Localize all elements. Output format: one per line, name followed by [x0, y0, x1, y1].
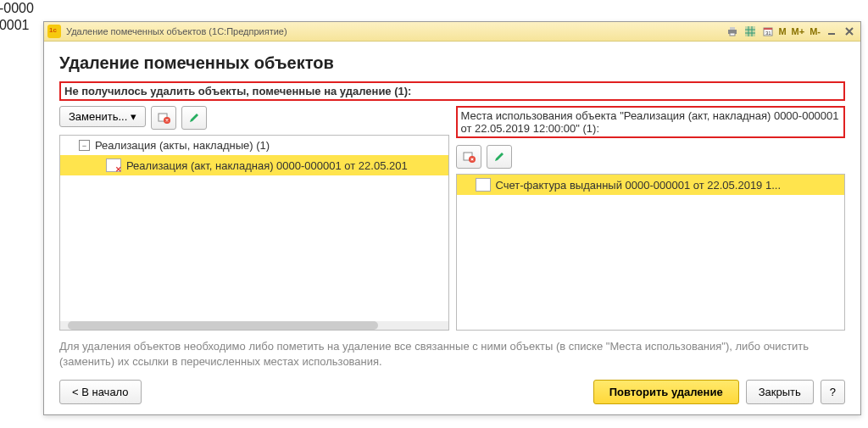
grid-icon[interactable]	[743, 25, 758, 38]
titlebar: Удаление помеченных объектов (1С:Предпри…	[44, 22, 860, 42]
replace-button-label: Заменить...	[69, 110, 127, 123]
usage-row-label: Счет-фактура выданный 0000-000001 от 22.…	[496, 179, 782, 192]
close-icon[interactable]	[842, 25, 857, 38]
right-toolbar	[456, 145, 846, 169]
tree-parent-row[interactable]: − Реализация (акты, накладные) (1)	[60, 136, 448, 155]
mark-delete-button-right[interactable]	[456, 145, 481, 169]
usage-row[interactable]: Счет-фактура выданный 0000-000001 от 22.…	[457, 175, 845, 195]
error-highlight: Не получилось удалить объекты, помеченны…	[59, 81, 845, 101]
minimize-icon[interactable]	[825, 25, 840, 38]
m-button[interactable]: M	[776, 26, 788, 36]
window-title: Удаление помеченных объектов (1С:Предпри…	[66, 26, 287, 36]
m-plus-button[interactable]: M+	[789, 26, 808, 36]
dialog-window: Удаление помеченных объектов (1С:Предпри…	[43, 21, 861, 415]
collapse-icon[interactable]: −	[79, 140, 90, 151]
m-minus-button[interactable]: M-	[807, 26, 823, 36]
hint-text: Для удаления объектов необходимо либо по…	[59, 339, 845, 370]
svg-rect-1	[730, 27, 735, 30]
mark-delete-button[interactable]	[151, 106, 176, 130]
tree-parent-label: Реализация (акты, накладные) (1)	[95, 139, 270, 152]
tree-child-label: Реализация (акт, накладная) 0000-000001 …	[126, 159, 408, 172]
svg-rect-7	[828, 33, 835, 35]
error-message: Не получилось удалить объекты, помеченны…	[64, 85, 411, 97]
svg-rect-2	[730, 33, 735, 36]
document-icon	[476, 178, 491, 192]
document-delete-icon	[106, 158, 121, 172]
left-toolbar: Заменить... ▾	[59, 106, 449, 130]
replace-button[interactable]: Заменить... ▾	[59, 106, 146, 127]
edit-button-right[interactable]	[487, 145, 512, 169]
print-icon[interactable]	[725, 25, 740, 38]
svg-text:31: 31	[765, 31, 771, 36]
help-button[interactable]: ?	[821, 380, 845, 404]
horizontal-scrollbar[interactable]	[60, 321, 448, 330]
back-button[interactable]: < В начало	[59, 380, 142, 404]
app-logo-icon	[47, 25, 61, 38]
objects-tree[interactable]: − Реализация (акты, накладные) (1) Реали…	[59, 135, 449, 331]
chevron-down-icon: ▾	[131, 110, 136, 123]
left-pane: Заменить... ▾ −	[59, 106, 449, 331]
svg-rect-3	[745, 26, 755, 36]
calendar-icon[interactable]: 31	[760, 25, 776, 38]
edit-button[interactable]	[181, 106, 207, 130]
usage-list[interactable]: Счет-фактура выданный 0000-000001 от 22.…	[456, 174, 846, 331]
background-text: 0-0000 00001	[0, 0, 34, 34]
usage-title: Места использования объекта "Реализация …	[456, 106, 846, 138]
tree-child-row[interactable]: Реализация (акт, накладная) 0000-000001 …	[60, 155, 448, 175]
retry-delete-button[interactable]: Повторить удаление	[593, 380, 739, 404]
right-pane: Места использования объекта "Реализация …	[456, 106, 846, 331]
footer: < В начало Повторить удаление Закрыть ?	[59, 380, 845, 404]
close-button[interactable]: Закрыть	[746, 380, 814, 404]
page-title: Удаление помеченных объектов	[59, 53, 845, 73]
svg-rect-5	[764, 28, 772, 30]
